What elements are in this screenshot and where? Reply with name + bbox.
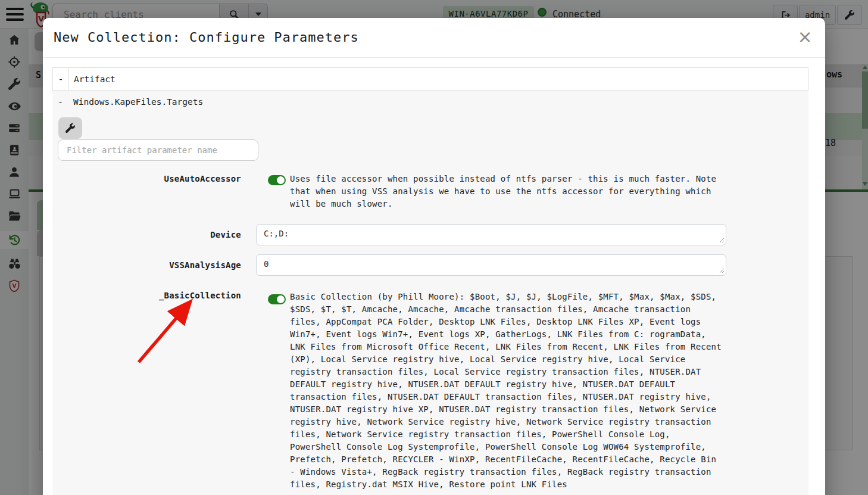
parameter-name-label: UseAutoAccessor — [52, 173, 241, 183]
filter-parameter-input[interactable] — [58, 139, 258, 161]
artifact-section-label: Artifact — [69, 68, 115, 90]
parameter-name-label: Device — [52, 224, 241, 239]
parameter-row-device: Device C:,D: — [52, 224, 808, 245]
collapse-minus-icon[interactable]: - — [52, 96, 68, 107]
parameter-description: Uses file accessor when possible instead… — [290, 173, 723, 210]
parameter-tools-button[interactable] — [58, 117, 82, 139]
dialog-header: New Collection: Configure Parameters × — [43, 18, 825, 58]
parameter-row-basiccollection: _BasicCollection Basic Collection (by Ph… — [52, 291, 808, 491]
device-input[interactable]: C:,D: — [256, 224, 726, 245]
parameter-description: Basic Collection (by Phill Moore): $Boot… — [290, 291, 723, 491]
artifact-name-label: Windows.KapeFiles.Targets — [68, 97, 203, 107]
kapefiles-accordion-header[interactable]: - Windows.KapeFiles.Targets — [52, 91, 808, 113]
artifact-parameters-section: - Windows.KapeFiles.Targets UseAutoAcces… — [52, 91, 808, 495]
resize-grip-icon[interactable] — [719, 238, 725, 243]
close-icon[interactable]: × — [794, 26, 816, 48]
collapse-minus-icon[interactable]: - — [53, 68, 69, 90]
useautoaccessor-toggle[interactable] — [268, 175, 286, 185]
parameter-row-vssanalysisage: VSSAnalysisAge 0 — [52, 254, 808, 276]
toggle-knob — [277, 176, 285, 184]
artifact-accordion-header[interactable]: - Artifact — [52, 67, 808, 91]
vssanalysisage-input[interactable]: 0 — [256, 254, 726, 276]
wrench-icon — [65, 123, 75, 133]
parameter-name-label: _BasicCollection — [52, 291, 241, 300]
basiccollection-toggle[interactable] — [268, 294, 286, 304]
parameter-name-label: VSSAnalysisAge — [52, 254, 241, 270]
resize-grip-icon[interactable] — [719, 268, 725, 273]
dialog-body: - Artifact - Windows.KapeFiles.Targets U… — [43, 58, 825, 495]
toggle-knob — [277, 295, 285, 303]
configure-parameters-dialog: New Collection: Configure Parameters × -… — [43, 18, 825, 495]
dialog-title: New Collection: Configure Parameters — [54, 30, 359, 45]
parameter-row-useautoaccessor: UseAutoAccessor Uses file accessor when … — [52, 173, 808, 210]
